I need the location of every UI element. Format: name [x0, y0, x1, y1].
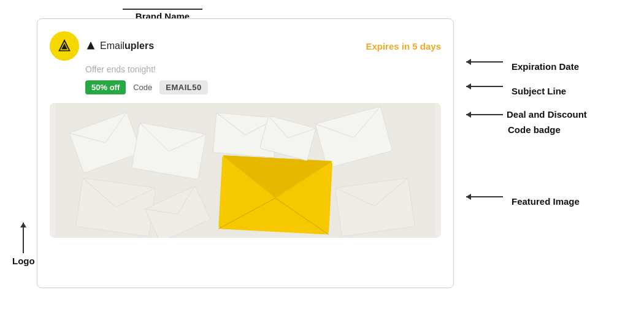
- brand-name-area: Emailuplers: [85, 40, 154, 52]
- deal-discount-label: Deal and Discount: [507, 109, 587, 120]
- deal-row: 50% off Code EMAIL50: [85, 80, 441, 94]
- discount-badge: 50% off: [85, 80, 126, 94]
- subject-arrow: [466, 86, 503, 87]
- featured-arrow: [466, 196, 503, 197]
- brand-suffix: uplers: [125, 40, 154, 51]
- code-label: Code: [133, 83, 152, 92]
- expiry-text: Expires in 5 days: [366, 41, 441, 52]
- featured-image-annotation: Featured Image: [466, 196, 580, 207]
- brand-prefix: Email: [100, 40, 125, 51]
- svg-rect-17: [335, 178, 415, 237]
- expiration-date-annotation: Expiration Date: [466, 61, 579, 72]
- envelope-svg: [50, 103, 441, 238]
- code-badge-label: Code badge: [508, 124, 561, 135]
- logo-up-arrow: [23, 223, 24, 253]
- brand-small-icon: [85, 40, 96, 52]
- expiry-static: Expires in: [366, 41, 412, 52]
- email-preview-card: Emailuplers Expires in 5 days Offer ends…: [37, 18, 454, 288]
- brand-text: Emailuplers: [100, 40, 154, 52]
- featured-image-label: Featured Image: [512, 196, 580, 207]
- annotations-panel: Expiration Date Subject Line Deal and Di…: [466, 0, 644, 309]
- deal-arrow-row: Deal and Discount: [466, 109, 587, 120]
- code-badge: EMAIL50: [159, 80, 207, 94]
- envelope-scene: [50, 103, 441, 238]
- logo: [50, 31, 79, 61]
- logo-icon: [56, 37, 73, 55]
- subject-line: Offer ends tonight!: [85, 64, 441, 74]
- brand-name-row: Emailuplers: [85, 40, 154, 52]
- expiry-value: 5 days: [412, 41, 441, 52]
- featured-image: [50, 103, 441, 238]
- logo-label: Logo: [12, 256, 35, 266]
- svg-marker-3: [87, 42, 95, 50]
- expiration-date-label: Expiration Date: [512, 61, 579, 72]
- subject-line-label: Subject Line: [512, 86, 566, 96]
- deal-discount-annotation: Deal and Discount Code badge: [466, 109, 587, 135]
- expiration-arrow: [466, 61, 503, 63]
- email-header: Emailuplers Expires in 5 days: [50, 31, 441, 61]
- subject-line-annotation: Subject Line: [466, 86, 566, 96]
- deal-arrow: [466, 114, 503, 115]
- brand-area: Emailuplers: [50, 31, 154, 61]
- logo-annotation: Logo: [12, 223, 35, 266]
